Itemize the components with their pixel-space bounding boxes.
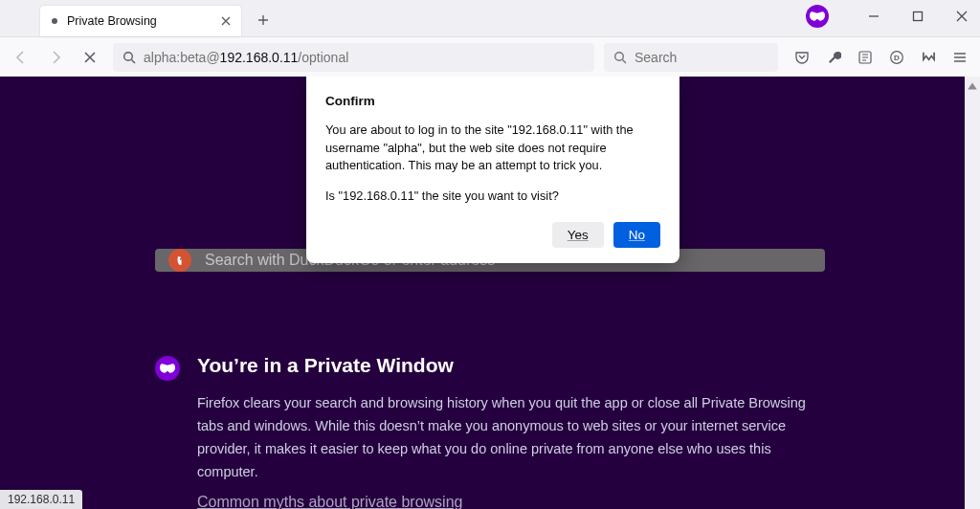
reader-button[interactable] <box>851 43 880 72</box>
svg-point-2 <box>615 52 624 60</box>
browser-tab[interactable]: Private Browsing <box>40 6 241 36</box>
tab-close-button[interactable] <box>218 13 234 29</box>
duckduckgo-icon <box>168 249 191 272</box>
window-close-button[interactable] <box>949 4 974 29</box>
url-bar[interactable]: alpha:beta@192.168.0.11/optional <box>113 43 594 72</box>
svg-point-7 <box>180 258 182 260</box>
dialog-title: Confirm <box>325 94 660 108</box>
url-host: 192.168.0.11 <box>220 50 299 65</box>
confirm-dialog: Confirm You are about to log in to the s… <box>306 77 679 263</box>
private-mask-icon <box>155 356 180 381</box>
pocket-button[interactable] <box>788 43 816 72</box>
private-myths-link[interactable]: Common myths about private browsing <box>197 494 462 509</box>
nav-toolbar: alpha:beta@192.168.0.11/optional Search … <box>0 36 980 77</box>
url-suffix: /optional <box>298 50 348 65</box>
status-text: 192.168.0.11 <box>8 493 75 506</box>
scroll-up-arrow[interactable] <box>967 80 978 92</box>
devtools-button[interactable] <box>819 43 848 72</box>
dialog-body: You are about to log in to the site "192… <box>325 122 660 175</box>
search-icon <box>613 51 627 64</box>
forward-button[interactable] <box>40 42 71 73</box>
titlebar: Private Browsing <box>0 0 980 36</box>
dialog-no-button[interactable]: No <box>613 222 660 248</box>
app-menu-button[interactable] <box>946 43 974 72</box>
svg-point-1 <box>124 52 133 60</box>
new-tab-button[interactable] <box>249 6 278 34</box>
search-icon <box>122 51 136 64</box>
extension-w-button[interactable] <box>914 43 943 72</box>
status-bar: 192.168.0.11 <box>0 490 82 509</box>
search-bar[interactable]: Search <box>604 43 778 72</box>
dialog-question: Is "192.168.0.11" the site you want to v… <box>325 188 660 203</box>
window-minimize-button[interactable] <box>861 4 886 29</box>
content-area: Search with DuckDuckGo or enter address … <box>0 77 980 509</box>
tab-title: Private Browsing <box>67 14 218 28</box>
dialog-yes-button[interactable]: Yes <box>552 222 604 248</box>
url-prefix: alpha:beta@ <box>144 50 220 65</box>
svg-text:D: D <box>894 54 900 62</box>
back-button[interactable] <box>6 42 36 73</box>
svg-rect-0 <box>914 12 923 21</box>
tab-loading-dot <box>52 18 57 24</box>
stop-button[interactable] <box>75 42 105 73</box>
private-heading: You’re in a Private Window <box>197 354 825 377</box>
window-maximize-button[interactable] <box>905 4 930 29</box>
extension-d-button[interactable]: D <box>882 43 911 72</box>
search-placeholder: Search <box>635 50 677 65</box>
private-browsing-badge <box>806 5 829 28</box>
vertical-scrollbar[interactable] <box>965 77 980 509</box>
private-body: Firefox clears your search and browsing … <box>197 392 825 484</box>
